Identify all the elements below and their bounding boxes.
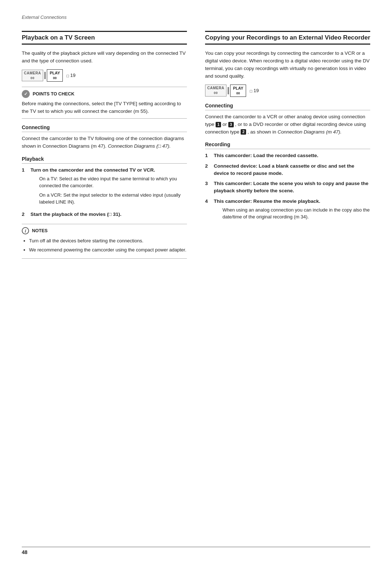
- page-footer: 48: [22, 547, 370, 555]
- right-camera-play-bar: CAMERA 00 PLAY 00 □ 19: [205, 85, 370, 97]
- note-item-1: Turn off all the devices before starting…: [29, 237, 187, 245]
- left-playback-heading: Playback: [22, 156, 187, 164]
- info-icon: i: [22, 227, 29, 234]
- right-recording-heading: Recording: [205, 142, 370, 149]
- left-connecting-heading: Connecting: [22, 124, 187, 132]
- right-connecting-italic: Connection Diagrams (m 47).: [278, 129, 342, 135]
- footer-divider: [22, 547, 370, 547]
- left-connecting-italic: Connection Diagrams (□ 47).: [108, 143, 171, 149]
- left-step1-sub2: On a VCR: Set the input selector to the …: [39, 192, 187, 206]
- page-header: External Connections: [22, 15, 370, 20]
- right-camera-badge: CAMERA 00: [205, 85, 226, 97]
- right-column: Copying your Recordings to an External V…: [205, 31, 370, 259]
- header-title: External Connections: [22, 15, 67, 20]
- notes-header: i NOTES: [22, 227, 187, 234]
- left-section-title: Playback on a TV Screen: [22, 31, 187, 45]
- right-step-1: 1 This camcorder: Load the recorded cass…: [205, 152, 370, 159]
- points-to-check-box: ✓ POINTS TO CHECK Before making the conn…: [22, 87, 187, 119]
- left-step-2: 2 Start the playback of the movies (□ 31…: [22, 211, 187, 218]
- right-intro-text: You can copy your recordings by connecti…: [205, 50, 370, 80]
- bold-num-3: 3: [228, 122, 234, 127]
- right-step-2: 2 Connected device: Load a blank cassett…: [205, 163, 370, 177]
- left-step-1: 1 Turn on the camcorder and the connecte…: [22, 167, 187, 208]
- right-page-ref: □ 19: [250, 88, 259, 93]
- left-intro-text: The quality of the playback picture will…: [22, 50, 187, 65]
- left-column: Playback on a TV Screen The quality of t…: [22, 31, 187, 259]
- bold-num-1: 1: [216, 122, 221, 127]
- left-camera-play-bar: CAMERA 00 PLAY 00 □ 19: [22, 69, 187, 82]
- right-recording-steps: 1 This camcorder: Load the recorded cass…: [205, 152, 370, 223]
- left-playback-steps: 1 Turn on the camcorder and the connecte…: [22, 167, 187, 218]
- right-step-3: 3 This camcorder: Locate the scene you w…: [205, 180, 370, 195]
- note-item-2: We recommend powering the camcorder usin…: [29, 246, 187, 254]
- points-check-header: ✓ POINTS TO CHECK: [22, 90, 187, 98]
- right-step4-sub: When using an analog connection you can …: [222, 206, 370, 221]
- left-step1-sub1: On a TV: Select as the video input the s…: [39, 175, 187, 189]
- notes-list: Turn off all the devices before starting…: [22, 237, 187, 254]
- left-play-badge: PLAY 00: [47, 69, 63, 82]
- right-connecting-text: Connect the camcorder to a VCR or other …: [205, 113, 370, 136]
- points-check-text: Before making the connections, select th…: [22, 100, 187, 115]
- left-camera-badge: CAMERA 00: [22, 70, 43, 82]
- left-connecting-text: Connect the camcorder to the TV followin…: [22, 135, 187, 150]
- right-separator: [228, 87, 229, 94]
- right-step-4: 4 This camcorder: Resume the movie playb…: [205, 198, 370, 223]
- book-icon-left: □: [66, 74, 69, 78]
- right-connecting-heading: Connecting: [205, 103, 370, 110]
- bold-num-2: 2: [241, 129, 246, 135]
- right-play-badge: PLAY 00: [230, 85, 246, 97]
- left-page-ref: □ 19: [66, 73, 75, 78]
- right-section-title: Copying your Recordings to an External V…: [205, 31, 370, 45]
- page-number: 48: [22, 549, 370, 555]
- left-separator: [44, 72, 46, 79]
- check-icon: ✓: [22, 90, 30, 98]
- book-icon-right: □: [250, 89, 252, 93]
- notes-box: i NOTES Turn off all the devices before …: [22, 224, 187, 259]
